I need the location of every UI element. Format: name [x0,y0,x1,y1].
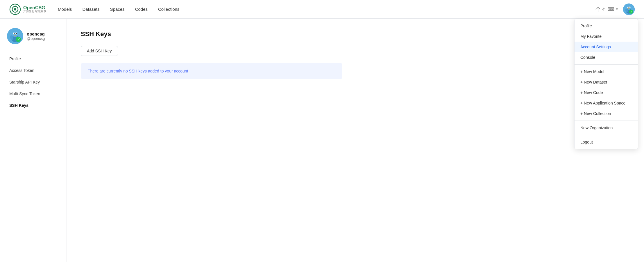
page-title: SSH Keys [81,30,630,38]
dropdown-item-logout[interactable]: Logout [575,137,638,147]
sidebar-user-avatar: ✓ [7,28,23,44]
sidebar-item-starship-api-key[interactable]: Starship API Key [7,77,60,87]
user-avatar[interactable]: ✓ [623,3,635,15]
logo[interactable]: OpenCSG 开源优化 智慧共享 [9,3,46,15]
dropdown-item-new-dataset[interactable]: + New Dataset [575,77,638,87]
main-content: SSH Keys Add SSH Key There are currently… [67,19,644,262]
header: OpenCSG 开源优化 智慧共享 Models Datasets Spaces… [0,0,644,19]
svg-point-8 [627,5,631,10]
svg-point-11 [628,7,628,7]
nav-item-spaces[interactable]: Spaces [110,7,125,12]
svg-point-2 [14,8,16,10]
svg-text:个: 个 [602,7,606,12]
sidebar-username: opencsg [27,31,45,36]
dropdown-item-new-model[interactable]: + New Model [575,66,638,77]
sidebar-item-ssh-keys[interactable]: SSH Keys [7,100,60,111]
dropdown-item-console[interactable]: Console [575,52,638,63]
dropdown-item-new-collection[interactable]: + New Collection [575,108,638,119]
dropdown-item-account-settings[interactable]: Account Settings [575,42,638,52]
svg-point-12 [629,7,630,7]
empty-notice: There are currently no SSH keys added to… [81,63,342,79]
dropdown-menu: Profile My Favorite Account Settings Con… [574,19,638,149]
dropdown-item-new-code[interactable]: + New Code [575,87,638,98]
sidebar-handle: @opencsg [27,36,45,41]
dropdown-item-new-organization[interactable]: New Organization [575,123,638,133]
chevron-down-icon: ▼ [616,8,618,11]
nav-item-models[interactable]: Models [58,7,72,12]
sidebar-nav: Profile Access Token Starship API Key Mu… [7,54,60,111]
svg-point-22 [14,33,15,34]
svg-text:✓: ✓ [17,37,20,42]
logo-sub: 开源优化 智慧共享 [23,10,46,13]
language-selector[interactable]: 个 个 ⌨ ▼ [595,6,618,13]
sidebar-user-info: ✓ opencsg @opencsg [7,28,60,44]
dropdown-divider-1 [575,64,638,65]
header-right: 个 个 ⌨ ▼ [595,3,635,15]
nav-item-collections[interactable]: Collections [158,7,179,12]
dropdown-item-my-favorite[interactable]: My Favorite [575,31,638,42]
nav-item-datasets[interactable]: Datasets [82,7,99,12]
translate-icon: 个 [595,6,601,13]
nav-item-codes[interactable]: Codes [135,7,148,12]
sidebar-item-access-token[interactable]: Access Token [7,65,60,76]
lang-icon: ⌨ [608,6,614,12]
main-nav: Models Datasets Spaces Codes Collections [58,7,595,12]
dropdown-item-profile[interactable]: Profile [575,21,638,31]
add-ssh-key-button[interactable]: Add SSH Key [81,46,118,56]
logo-name: OpenCSG [23,5,46,10]
dropdown-divider-2 [575,121,638,121]
svg-text:✓: ✓ [630,10,633,13]
page-layout: ✓ opencsg @opencsg Profile Access Token … [0,19,644,262]
avatar-image: ✓ [623,3,635,15]
dropdown-item-new-application-space[interactable]: + New Application Space [575,98,638,108]
dropdown-divider-3 [575,135,638,135]
translate-icon-svg: 个 [602,7,607,12]
sidebar: ✓ opencsg @opencsg Profile Access Token … [0,19,67,262]
sidebar-avatar-image: ✓ [7,28,23,44]
sidebar-item-multi-sync-token[interactable]: Multi-Sync Token [7,88,60,99]
sidebar-item-profile[interactable]: Profile [7,54,60,64]
logo-icon [9,3,21,15]
svg-point-19 [12,31,18,37]
svg-point-23 [16,33,17,34]
